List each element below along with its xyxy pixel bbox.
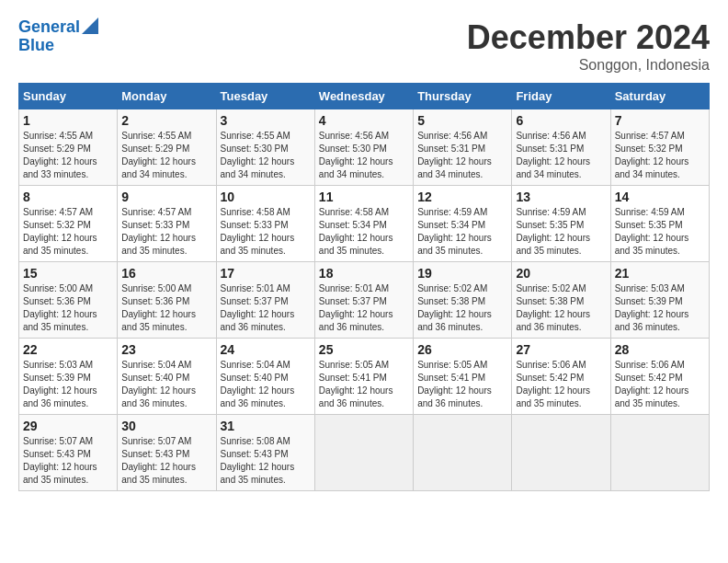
day-info: Sunrise: 5:08 AMSunset: 5:43 PMDaylight:… (221, 435, 311, 487)
day-number: 31 (221, 419, 311, 433)
weekday-header-sunday: Sunday (19, 84, 118, 109)
day-info: Sunrise: 5:01 AMSunset: 5:37 PMDaylight:… (221, 282, 311, 334)
day-number: 20 (516, 266, 606, 281)
day-number: 23 (121, 342, 211, 357)
calendar-cell: 13Sunrise: 4:59 AMSunset: 5:35 PMDayligh… (512, 186, 610, 262)
day-info: Sunrise: 5:02 AMSunset: 5:38 PMDaylight:… (417, 282, 507, 334)
day-info: Sunrise: 5:04 AMSunset: 5:40 PMDaylight:… (121, 359, 211, 410)
calendar-cell: 22Sunrise: 5:03 AMSunset: 5:39 PMDayligh… (19, 339, 118, 415)
calendar-cell: 23Sunrise: 5:04 AMSunset: 5:40 PMDayligh… (118, 339, 216, 415)
day-number: 8 (23, 190, 113, 204)
calendar-cell: 20Sunrise: 5:02 AMSunset: 5:38 PMDayligh… (512, 262, 610, 339)
calendar-cell: 9Sunrise: 4:57 AMSunset: 5:33 PMDaylight… (118, 186, 216, 262)
day-number: 25 (319, 342, 409, 357)
day-number: 1 (23, 113, 113, 128)
calendar-table: SundayMondayTuesdayWednesdayThursdayFrid… (18, 83, 710, 491)
svg-marker-0 (82, 17, 98, 34)
day-info: Sunrise: 4:57 AMSunset: 5:32 PMDaylight:… (615, 130, 705, 181)
weekday-header-saturday: Saturday (610, 84, 709, 109)
calendar-cell: 1Sunrise: 4:55 AMSunset: 5:29 PMDaylight… (19, 109, 118, 186)
calendar-cell: 17Sunrise: 5:01 AMSunset: 5:37 PMDayligh… (216, 262, 314, 339)
day-number: 4 (319, 113, 409, 128)
calendar-cell (414, 415, 512, 491)
day-number: 6 (516, 113, 606, 128)
calendar-week-row-1: 1Sunrise: 4:55 AMSunset: 5:29 PMDaylight… (19, 109, 710, 186)
logo: General Blue (18, 18, 98, 55)
calendar-cell: 27Sunrise: 5:06 AMSunset: 5:42 PMDayligh… (512, 339, 610, 415)
calendar-cell: 29Sunrise: 5:07 AMSunset: 5:43 PMDayligh… (19, 415, 118, 491)
calendar-week-row-3: 15Sunrise: 5:00 AMSunset: 5:36 PMDayligh… (19, 262, 710, 339)
day-number: 26 (417, 342, 507, 357)
day-info: Sunrise: 4:57 AMSunset: 5:32 PMDaylight:… (23, 206, 113, 258)
day-number: 24 (221, 342, 311, 357)
day-info: Sunrise: 4:55 AMSunset: 5:29 PMDaylight:… (23, 130, 113, 181)
calendar-cell: 12Sunrise: 4:59 AMSunset: 5:34 PMDayligh… (414, 186, 512, 262)
calendar-cell: 10Sunrise: 4:58 AMSunset: 5:33 PMDayligh… (216, 186, 314, 262)
day-number: 9 (121, 190, 211, 204)
calendar-cell (512, 415, 610, 491)
calendar-cell: 2Sunrise: 4:55 AMSunset: 5:29 PMDaylight… (118, 109, 216, 186)
day-info: Sunrise: 5:07 AMSunset: 5:43 PMDaylight:… (121, 435, 211, 487)
day-info: Sunrise: 5:01 AMSunset: 5:37 PMDaylight:… (319, 282, 409, 334)
day-info: Sunrise: 4:55 AMSunset: 5:29 PMDaylight:… (121, 130, 211, 181)
day-number: 28 (615, 342, 705, 357)
day-info: Sunrise: 4:56 AMSunset: 5:31 PMDaylight:… (516, 130, 606, 181)
weekday-header-thursday: Thursday (414, 84, 512, 109)
day-number: 10 (221, 190, 311, 204)
day-number: 12 (417, 190, 507, 204)
calendar-cell: 19Sunrise: 5:02 AMSunset: 5:38 PMDayligh… (414, 262, 512, 339)
calendar-cell (314, 415, 413, 491)
calendar-cell: 25Sunrise: 5:05 AMSunset: 5:41 PMDayligh… (314, 339, 413, 415)
day-info: Sunrise: 4:58 AMSunset: 5:34 PMDaylight:… (319, 206, 409, 258)
day-number: 27 (516, 342, 606, 357)
weekday-header-wednesday: Wednesday (314, 84, 413, 109)
calendar-cell: 5Sunrise: 4:56 AMSunset: 5:31 PMDaylight… (414, 109, 512, 186)
page-header: General Blue December 2024 Songgon, Indo… (18, 18, 710, 74)
day-info: Sunrise: 5:07 AMSunset: 5:43 PMDaylight:… (23, 435, 113, 487)
day-info: Sunrise: 5:05 AMSunset: 5:41 PMDaylight:… (319, 359, 409, 410)
logo-bird-icon (82, 17, 98, 34)
weekday-header-row: SundayMondayTuesdayWednesdayThursdayFrid… (19, 84, 710, 109)
day-info: Sunrise: 5:02 AMSunset: 5:38 PMDaylight:… (516, 282, 606, 334)
logo-text: General (18, 18, 80, 37)
logo-blue-text: Blue (18, 37, 54, 55)
calendar-cell: 31Sunrise: 5:08 AMSunset: 5:43 PMDayligh… (216, 415, 314, 491)
day-info: Sunrise: 5:06 AMSunset: 5:42 PMDaylight:… (516, 359, 606, 410)
day-number: 11 (319, 190, 409, 204)
calendar-week-row-4: 22Sunrise: 5:03 AMSunset: 5:39 PMDayligh… (19, 339, 710, 415)
weekday-header-friday: Friday (512, 84, 610, 109)
day-number: 7 (615, 113, 705, 128)
title-section: December 2024 Songgon, Indonesia (467, 18, 710, 74)
day-info: Sunrise: 4:56 AMSunset: 5:31 PMDaylight:… (417, 130, 507, 181)
month-title: December 2024 (467, 18, 710, 57)
weekday-header-tuesday: Tuesday (216, 84, 314, 109)
day-number: 29 (23, 419, 113, 433)
weekday-header-monday: Monday (118, 84, 216, 109)
location-subtitle: Songgon, Indonesia (467, 57, 710, 74)
day-number: 21 (615, 266, 705, 281)
day-info: Sunrise: 4:59 AMSunset: 5:34 PMDaylight:… (417, 206, 507, 258)
calendar-cell: 14Sunrise: 4:59 AMSunset: 5:35 PMDayligh… (610, 186, 709, 262)
day-info: Sunrise: 5:00 AMSunset: 5:36 PMDaylight:… (23, 282, 113, 334)
day-info: Sunrise: 5:03 AMSunset: 5:39 PMDaylight:… (615, 282, 705, 334)
day-number: 13 (516, 190, 606, 204)
calendar-cell: 15Sunrise: 5:00 AMSunset: 5:36 PMDayligh… (19, 262, 118, 339)
day-info: Sunrise: 4:56 AMSunset: 5:30 PMDaylight:… (319, 130, 409, 181)
calendar-week-row-5: 29Sunrise: 5:07 AMSunset: 5:43 PMDayligh… (19, 415, 710, 491)
day-info: Sunrise: 4:55 AMSunset: 5:30 PMDaylight:… (221, 130, 311, 181)
day-number: 18 (319, 266, 409, 281)
calendar-cell: 3Sunrise: 4:55 AMSunset: 5:30 PMDaylight… (216, 109, 314, 186)
calendar-cell: 28Sunrise: 5:06 AMSunset: 5:42 PMDayligh… (610, 339, 709, 415)
day-number: 15 (23, 266, 113, 281)
day-number: 17 (221, 266, 311, 281)
day-info: Sunrise: 5:04 AMSunset: 5:40 PMDaylight:… (221, 359, 311, 410)
day-number: 16 (121, 266, 211, 281)
day-info: Sunrise: 5:06 AMSunset: 5:42 PMDaylight:… (615, 359, 705, 410)
day-info: Sunrise: 4:58 AMSunset: 5:33 PMDaylight:… (221, 206, 311, 258)
calendar-cell: 11Sunrise: 4:58 AMSunset: 5:34 PMDayligh… (314, 186, 413, 262)
calendar-cell: 7Sunrise: 4:57 AMSunset: 5:32 PMDaylight… (610, 109, 709, 186)
day-info: Sunrise: 5:00 AMSunset: 5:36 PMDaylight:… (121, 282, 211, 334)
day-number: 3 (221, 113, 311, 128)
calendar-cell (610, 415, 709, 491)
day-info: Sunrise: 4:59 AMSunset: 5:35 PMDaylight:… (516, 206, 606, 258)
